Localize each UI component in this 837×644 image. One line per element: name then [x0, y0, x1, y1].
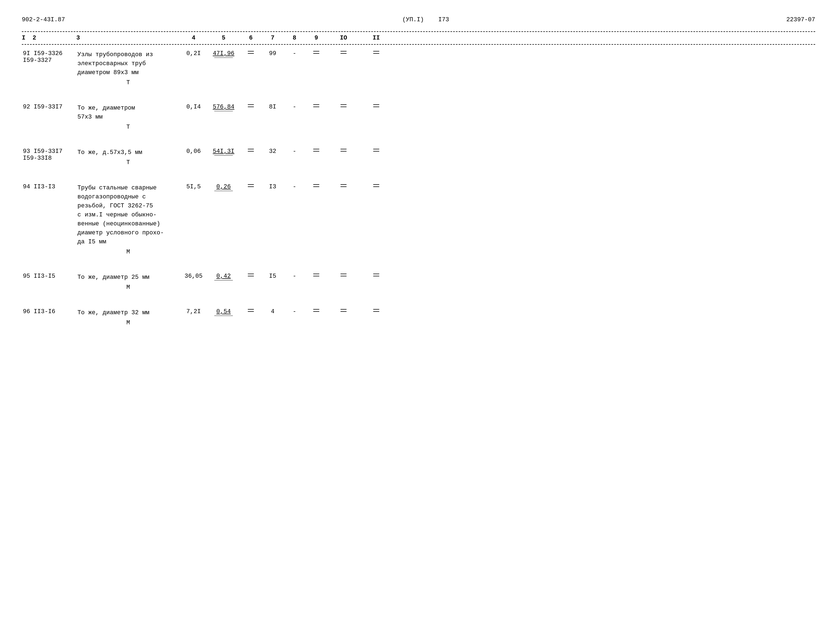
row-col8: - — [284, 147, 305, 155]
header-left: 902-2-43I.87 — [22, 16, 65, 23]
col-header-3: 3 — [76, 34, 180, 41]
row-col6 — [240, 103, 262, 108]
column-headers: I 2 3 4 5 6 7 8 9 IO II — [22, 32, 815, 45]
row-col9 — [305, 147, 327, 153]
row-col7: 32 — [262, 147, 284, 155]
row-col7: I3 — [262, 183, 284, 191]
row-col11 — [360, 183, 392, 188]
row-col10 — [327, 308, 360, 313]
col-header-8: 8 — [284, 34, 305, 41]
col-header-4: 4 — [180, 34, 207, 41]
row-col10 — [327, 147, 360, 153]
row-col5: 576,84 — [207, 103, 240, 112]
row-col8: - — [284, 103, 305, 111]
row-col6 — [240, 183, 262, 188]
row-col11 — [360, 49, 392, 55]
row-col8: - — [284, 49, 305, 57]
row-col5: 0,26 — [207, 183, 240, 192]
row-col9 — [305, 308, 327, 313]
table-row: 93 I59-33I7 I59-33I8То же, д.57х3,5 ммТ0… — [22, 143, 815, 172]
row-col4: 36,05 — [180, 272, 207, 280]
row-col10 — [327, 183, 360, 188]
table-row: 94 II3-I3Трубы стальные сварные водогазо… — [22, 178, 815, 262]
row-num-code: 96 II3-I6 — [22, 308, 76, 316]
table-row: 96 II3-I6То же, диаметр 32 ммМ7,2I0,544- — [22, 303, 815, 333]
row-col4: 5I,5 — [180, 183, 207, 191]
row-col7: 99 — [262, 49, 284, 57]
row-col6 — [240, 272, 262, 278]
row-col10 — [327, 103, 360, 108]
col-header-6: 6 — [240, 34, 262, 41]
row-col7: 8I — [262, 103, 284, 111]
row-col11 — [360, 147, 392, 153]
row-col5: 47I,96 — [207, 49, 240, 58]
row-col7: 4 — [262, 308, 284, 316]
row-col9 — [305, 103, 327, 108]
row-col6 — [240, 147, 262, 153]
row-col11 — [360, 272, 392, 278]
row-description: То же, диаметром 57х3 ммТ — [76, 103, 180, 132]
col-header-11: II — [360, 34, 392, 41]
row-col8: - — [284, 183, 305, 191]
data-table: 9I I59-3326 I59-3327Узлы трубопроводов и… — [22, 45, 815, 338]
row-description: Трубы стальные сварные водогазопроводные… — [76, 183, 180, 257]
row-col7: I5 — [262, 272, 284, 280]
header-right: 22397-07 — [786, 16, 815, 23]
table-row: 9I I59-3326 I59-3327Узлы трубопроводов и… — [22, 45, 815, 93]
row-col4: 0,06 — [180, 147, 207, 155]
row-description: То же, диаметр 32 ммМ — [76, 308, 180, 328]
col-header-5: 5 — [207, 34, 240, 41]
row-col5: 54I,3I — [207, 147, 240, 156]
page-header: 902-2-43I.87 (УП.I) I73 22397-07 — [22, 16, 815, 23]
col-header-12: I 2 — [22, 34, 76, 41]
col-header-7: 7 — [262, 34, 284, 41]
row-col8: - — [284, 308, 305, 316]
row-num-code: 92 I59-33I7 — [22, 103, 76, 111]
row-description: То же, д.57х3,5 ммТ — [76, 147, 180, 168]
header-center: (УП.I) I73 — [402, 16, 449, 23]
row-col10 — [327, 272, 360, 278]
row-col5: 0,54 — [207, 308, 240, 316]
row-col4: 0,2I — [180, 49, 207, 57]
row-col8: - — [284, 272, 305, 280]
col-header-9: 9 — [305, 34, 327, 41]
row-num-code: 95 II3-I5 — [22, 272, 76, 280]
row-num-code: 94 II3-I3 — [22, 183, 76, 191]
row-col11 — [360, 103, 392, 108]
row-col11 — [360, 308, 392, 313]
col-header-10: IO — [327, 34, 360, 41]
row-col9 — [305, 49, 327, 55]
row-col5: 0,42 — [207, 272, 240, 281]
table-row: 95 II3-I5То же, диаметр 25 ммМ36,050,42I… — [22, 267, 815, 297]
row-col9 — [305, 183, 327, 188]
row-num-code: 93 I59-33I7 I59-33I8 — [22, 147, 76, 162]
row-description: То же, диаметр 25 ммМ — [76, 272, 180, 292]
row-col9 — [305, 272, 327, 278]
row-col6 — [240, 308, 262, 313]
row-num-code: 9I I59-3326 I59-3327 — [22, 49, 76, 64]
row-description: Узлы трубопроводов из электросварных тру… — [76, 49, 180, 88]
row-col4: 0,I4 — [180, 103, 207, 111]
table-row: 92 I59-33I7То же, диаметром 57х3 ммТ0,I4… — [22, 98, 815, 137]
row-col10 — [327, 49, 360, 55]
row-col6 — [240, 49, 262, 55]
row-col4: 7,2I — [180, 308, 207, 316]
